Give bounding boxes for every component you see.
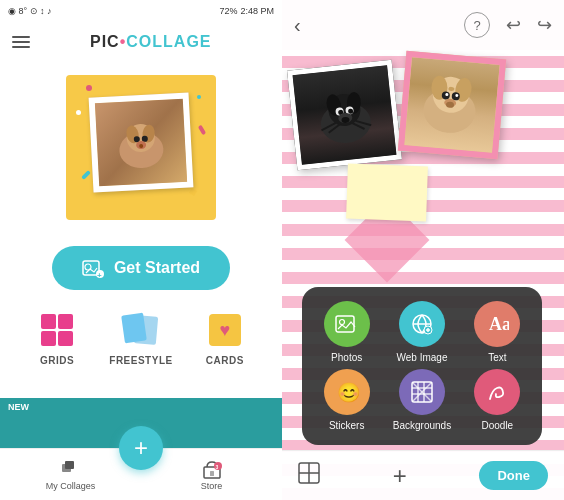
doodle-icon-circle [474,369,520,415]
dog-svg [104,108,177,177]
dog-illustration [95,99,187,186]
svg-text:😊: 😊 [337,381,359,404]
status-bar: ◉ 8° ⊙ ↕ ♪ 72% 2:48 PM [0,0,282,22]
store-label: Store [201,481,223,491]
grids-icon [35,310,79,350]
popup-doodle[interactable]: Doodle [463,369,532,431]
get-started-button[interactable]: + Get Started [52,246,230,290]
done-button[interactable]: Done [479,461,548,490]
popup-backgrounds[interactable]: Backgrounds [387,369,456,431]
fab-add-button[interactable]: + [119,426,163,470]
web-image-icon-circle [399,301,445,347]
strip-text: NEW [0,398,282,416]
option-freestyle[interactable]: FREESTYLE [109,310,172,366]
light-dog-image [404,57,499,152]
help-button[interactable]: ? [464,12,490,38]
top-bar: PIC•COLLAGE [0,22,282,62]
svg-text:+: + [97,271,102,278]
text-label: Text [488,352,506,363]
app-logo: PIC•COLLAGE [90,33,212,51]
heart-icon: ♥ [220,321,231,339]
get-started-icon: + [82,258,104,278]
web-image-label: Web Image [397,352,448,363]
back-button[interactable]: ‹ [294,14,301,37]
backgrounds-icon-circle [399,369,445,415]
svg-text:3: 3 [215,463,218,469]
right-panel: ‹ ? ↩ ↪ [282,0,564,500]
logo-pic: PIC [90,33,120,50]
right-top-bar: ‹ ? ↩ ↪ [282,0,564,50]
undo-button[interactable]: ↩ [506,14,521,36]
popup-web-image[interactable]: Web Image [387,301,456,363]
get-started-label: Get Started [114,259,200,277]
collage-photo [89,92,194,192]
my-collages-icon [60,459,82,479]
photo-card-light-dog[interactable] [398,51,506,159]
svg-point-44 [339,320,344,325]
black-dog-svg [301,74,388,157]
options-row: GRIDS FREESTYLE ♥ CARDS [0,298,282,374]
photo-card-black-dog[interactable] [287,60,402,170]
doodle-label: Doodle [481,420,513,431]
black-dog-image [293,65,397,164]
light-dog-svg [405,57,497,144]
nav-my-collages[interactable]: My Collages [0,459,141,491]
redo-button[interactable]: ↪ [537,14,552,36]
stickers-icon-circle: 😊 [324,369,370,415]
bottom-nav: My Collages + 3 Store [0,448,282,500]
layout-icon[interactable] [298,462,320,489]
time: ◉ 8° ⊙ ↕ ♪ [8,6,52,16]
svg-rect-43 [336,316,354,332]
freestyle-label: FREESTYLE [109,355,172,366]
backgrounds-label: Backgrounds [393,420,451,431]
battery: 72% [219,6,237,16]
done-label: Done [497,468,530,483]
text-icon-circle: Aa [474,301,520,347]
note-card [346,164,428,222]
popup-stickers[interactable]: 😊 Stickers [312,369,381,431]
clock: 2:48 PM [240,6,274,16]
fab-plus-icon: + [134,436,148,460]
freestyle-icon [119,310,163,350]
photos-icon-circle [324,301,370,347]
grids-label: GRIDS [40,355,74,366]
cards-icon: ♥ [203,310,247,350]
popup-text[interactable]: Aa Text [463,301,532,363]
option-cards[interactable]: ♥ CARDS [203,310,247,366]
left-panel: ◉ 8° ⊙ ↕ ♪ 72% 2:48 PM PIC•COLLAGE [0,0,282,500]
my-collages-label: My Collages [46,481,96,491]
svg-rect-15 [210,471,214,476]
nav-store[interactable]: 3 Store [141,459,282,491]
stickers-label: Stickers [329,420,365,431]
photos-label: Photos [331,352,362,363]
popup-photos[interactable]: Photos [312,301,381,363]
store-icon: 3 [201,459,223,479]
status-right: 72% 2:48 PM [219,6,274,16]
right-bottom-bar: + Done [282,450,564,500]
popup-menu: Photos Web Image Aa [302,287,542,445]
add-icon[interactable]: + [393,462,407,490]
status-left: ◉ 8° ⊙ ↕ ♪ [8,6,52,16]
collage-preview [61,70,221,230]
option-grids[interactable]: GRIDS [35,310,79,366]
hamburger-icon[interactable] [12,36,30,48]
svg-text:Aa: Aa [489,314,509,334]
svg-rect-13 [65,461,74,469]
cards-label: CARDS [206,355,244,366]
